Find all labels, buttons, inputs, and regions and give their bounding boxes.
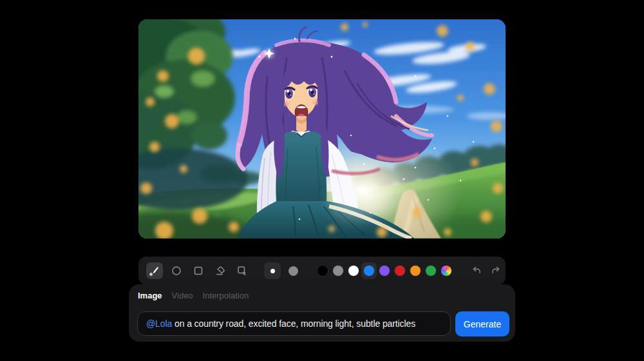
brush-size-small-button[interactable] [264,262,281,279]
brush-icon [149,265,160,277]
eraser-icon [214,265,226,277]
rainbow-swatch [441,266,451,276]
canvas-art [138,19,506,239]
mode-tabs: Image Video Interpolation [138,290,249,302]
brush-tool-button[interactable] [146,262,163,279]
tab-image[interactable]: Image [138,290,162,302]
select-icon [236,265,248,277]
color-blue-button[interactable] [361,262,377,279]
color-black-button[interactable] [315,262,330,279]
purple-swatch [379,266,390,276]
tab-interpolation[interactable]: Interpolation [203,290,249,302]
undo-button[interactable] [467,262,486,279]
prompt-panel: Image Video Interpolation @Lola on a cou… [129,284,515,342]
ellipse-tool-button[interactable] [168,262,185,279]
color-green-button[interactable] [423,262,439,279]
generate-button[interactable]: Generate [455,311,509,337]
color-orange-button[interactable] [408,262,423,279]
color-gray-button[interactable] [330,262,346,279]
black-swatch [317,266,328,276]
tab-video[interactable]: Video [172,290,193,302]
undo-icon [471,265,482,277]
prompt-mention: @Lola [146,318,172,329]
color-white-button[interactable] [346,262,361,279]
brush-size-large-button[interactable] [285,262,301,279]
blue-swatch [364,266,374,276]
color-purple-button[interactable] [377,262,392,279]
small-dot-icon [270,269,275,273]
prompt-input[interactable]: @Lola on a country road, excited face, m… [137,311,451,336]
gray-swatch [333,266,343,276]
eraser-tool-button[interactable] [212,262,229,279]
prompt-text: on a country road, excited face, morning… [172,318,415,329]
drawing-toolbar [138,257,506,285]
redo-icon [490,265,502,277]
color-rainbow-button[interactable] [439,262,454,279]
large-dot-icon [289,266,298,276]
color-red-button[interactable] [392,262,408,279]
orange-swatch [410,266,421,276]
select-tool-button[interactable] [234,262,251,279]
canvas-image[interactable] [138,19,506,239]
rectangle-tool-button[interactable] [190,262,207,279]
white-swatch [348,266,359,276]
rectangle-icon [193,265,204,277]
ellipse-icon [171,265,182,277]
green-swatch [426,266,436,276]
red-swatch [395,266,405,276]
color-palette [310,257,462,285]
redo-button[interactable] [486,262,506,279]
